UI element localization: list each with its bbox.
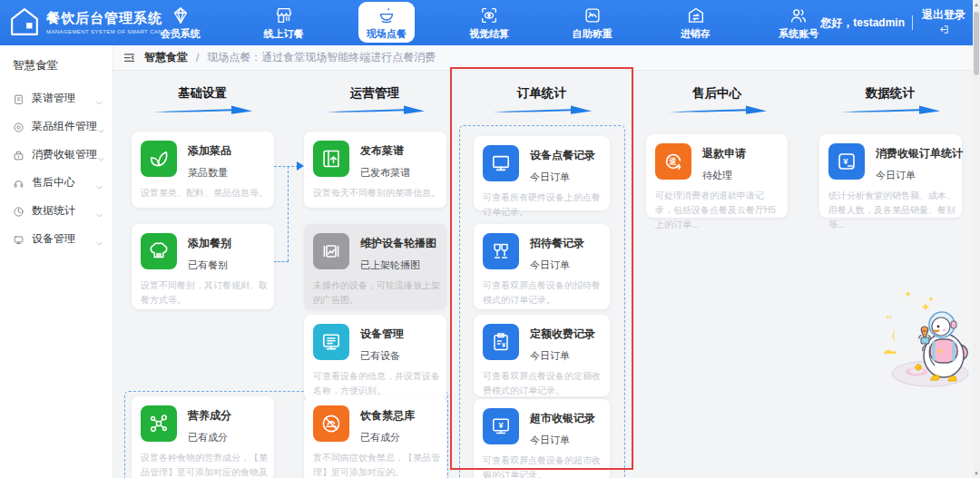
- device-list-icon: [313, 324, 349, 360]
- card-subtitle: 已上架轮播图: [360, 259, 420, 272]
- gem-icon: [171, 5, 191, 25]
- nutrition-molecule-icon: [141, 405, 177, 442]
- connector-line: [274, 166, 299, 167]
- breadcrumb: 智慧食堂 / 现场点餐：通过食堂现场智能终端进行点餐消费: [113, 45, 980, 71]
- left-sidebar: 智慧食堂 菜谱管理 菜品组件管理 消费收银管理 售后中心 数据统计: [0, 45, 113, 478]
- card-title: 设备点餐记录: [530, 148, 595, 163]
- vision-scan-icon: [479, 5, 499, 25]
- nav-item-inventory[interactable]: 进销存: [644, 0, 748, 45]
- card-subtitle: 已有餐别: [188, 259, 228, 272]
- svg-text:,,: ,,: [887, 309, 892, 319]
- monitor-icon: [483, 145, 519, 181]
- card-desc: 设置每天不同餐别的菜谱信息。: [313, 186, 440, 200]
- card-desc: 置不同病症饮食禁忌，【菜品管理】里可添加对应的。: [313, 451, 440, 478]
- chevron-down-icon: [95, 94, 103, 102]
- sidebar-item-device-manage[interactable]: 设备管理: [0, 225, 113, 253]
- card-subtitle: 已发布菜谱: [360, 166, 410, 180]
- dine-bowl-icon: [377, 5, 397, 25]
- card-title: 设备管理: [360, 327, 404, 342]
- card-fixed-fee-record[interactable]: ¥ 定额收费记录 今日订单 可查看双屏点餐设备的定额收费模式的订单记录。: [474, 315, 610, 396]
- card-title: 超市收银记录: [530, 411, 595, 426]
- card-title: 退款申请: [702, 146, 746, 161]
- card-subtitle: 今日订单: [530, 171, 570, 184]
- scroll-down-arrow[interactable]: ▼: [973, 471, 980, 476]
- sidebar-title: 智慧食堂: [0, 45, 113, 84]
- card-device-carousel[interactable]: 维护设备轮播图 已上架轮播图 未操作的设备，可轮流播放上架的广告图。: [304, 224, 446, 309]
- card-publish-menu[interactable]: 发布菜谱 已发布菜谱 设置每天不同餐别的菜谱信息。: [304, 132, 446, 208]
- card-subtitle: 已有成分: [360, 431, 400, 444]
- scale-icon: [583, 5, 603, 25]
- card-title: 招待餐记录: [530, 236, 584, 251]
- nav-item-self-weigh[interactable]: 自助称重: [541, 0, 644, 45]
- account-users-icon: [789, 5, 808, 25]
- card-desc: 可查看双屏点餐设备的招待餐模式的订单记录。: [483, 278, 603, 307]
- card-desc: 可查看双屏点餐设备的定额收费模式的订单记录。: [483, 369, 603, 398]
- chevron-down-icon: [95, 207, 103, 215]
- canteen-logo-icon: [9, 6, 40, 37]
- publish-menu-icon: [313, 141, 349, 177]
- scroll-up-arrow[interactable]: ▲: [973, 2, 980, 7]
- connector-line: [274, 261, 289, 262]
- chevron-down-icon: [97, 122, 105, 131]
- nav-item-online-order[interactable]: 线上订餐: [232, 0, 336, 45]
- collapse-sidebar-icon[interactable]: [122, 51, 136, 64]
- card-refund-request[interactable]: 退 退款申请 待处理 可处理消费者的退款申请记录，包括设备点餐及云餐厅H5上的订…: [646, 134, 788, 218]
- scrollbar-thumb[interactable]: [974, 12, 979, 75]
- card-supermarket-cashier-record[interactable]: ¥ 超市收银记录 今日订单 可查看双屏点餐设备的超市收银的订单记录。: [474, 399, 610, 478]
- sidebar-item-dish-components[interactable]: 菜品组件管理: [0, 112, 113, 141]
- card-hospitality-record[interactable]: 招待餐记录 今日订单 可查看双屏点餐设备的招待餐模式的订单记录。: [474, 224, 610, 309]
- svg-text:¥: ¥: [843, 156, 848, 166]
- svg-text:¥: ¥: [502, 341, 506, 349]
- aftersales-headset-icon: [13, 177, 24, 189]
- primary-nav: 会员系统 线上订餐 现场点餐 视觉结算: [129, 0, 850, 45]
- card-title: 添加餐别: [188, 236, 231, 251]
- chevron-down-icon: [95, 179, 103, 187]
- main-content: 智慧食堂 / 现场点餐：通过食堂现场智能终端进行点餐消费 基础设置 运营管理 订…: [113, 45, 980, 478]
- svg-text:退: 退: [668, 157, 677, 166]
- vegetable-icon: [141, 141, 177, 177]
- card-add-meal-type[interactable]: 添加餐别 已有餐别 设置不同餐别，其订餐规则、取餐方式等。: [132, 224, 274, 309]
- user-greeting: 您好，testadmin: [820, 15, 905, 31]
- clipboard-yen-icon: ¥: [483, 324, 519, 360]
- card-add-dish[interactable]: 添加菜品 菜品数量 设置菜类、配料、菜品信息等。: [132, 132, 274, 208]
- card-desc: 统计分析食堂的销售额、成本、用餐人数，及各菜品销量、餐别等...: [828, 189, 956, 233]
- card-title: 定额收费记录: [530, 327, 595, 342]
- sidebar-item-menu-manage[interactable]: 菜谱管理: [0, 84, 113, 112]
- card-title: 消费收银订单统计: [876, 146, 963, 161]
- card-cashier-order-stats[interactable]: ¥ 消费收银订单统计 今日订单 统计分析食堂的销售额、成本、用餐人数，及各菜品销…: [819, 134, 962, 218]
- section-header-order-stats: 订单统计: [456, 85, 628, 114]
- sidebar-item-aftersales[interactable]: 售后中心: [0, 169, 113, 197]
- breadcrumb-current: 现场点餐：通过食堂现场智能终端进行点餐消费: [207, 50, 436, 65]
- card-device-manage[interactable]: 设备管理 已有设备 可查看设备的信息，并设置设备名称，方便识别。: [304, 315, 446, 400]
- card-desc: 可查看所有硬件设备上的点餐订单记录。: [483, 190, 603, 219]
- header-underline-swoosh: [324, 104, 426, 114]
- user-area: 您好，testadmin 退出登录: [820, 0, 967, 45]
- sidebar-item-data-stats[interactable]: 数据统计: [0, 197, 113, 225]
- window-scrollbar[interactable]: ▲ ▼: [973, 0, 980, 478]
- card-food-taboo[interactable]: 饮食禁忌库 已有成分 置不同病症饮食禁忌，【菜品管理】里可添加对应的。: [304, 396, 446, 478]
- logout-button[interactable]: 退出登录: [920, 7, 967, 38]
- chevron-down-icon: [95, 235, 103, 243]
- card-nutrition[interactable]: 营养成分 已有成分 设置各种食物的营养成分，【菜品管理】里可添加对应的食物及分.…: [132, 396, 274, 478]
- card-subtitle: 待处理: [702, 169, 732, 182]
- section-header-operation: 运营管理: [289, 85, 461, 114]
- header-underline-swoosh: [666, 104, 768, 114]
- card-desc: 可查看双屏点餐设备的超市收银的订单记录。: [483, 454, 603, 478]
- card-title: 发布菜谱: [360, 143, 404, 159]
- header-underline-swoosh: [839, 104, 941, 114]
- chef-hat-icon: [141, 233, 177, 269]
- mascot-illustration: ,,: [874, 288, 980, 390]
- sidebar-item-cashier-manage[interactable]: 消费收银管理: [0, 141, 113, 169]
- nav-item-member-system[interactable]: 会员系统: [129, 0, 232, 45]
- card-title: 饮食禁忌库: [360, 408, 415, 424]
- card-device-order-record[interactable]: 设备点餐记录 今日订单 可查看所有硬件设备上的点餐订单记录。: [474, 136, 610, 210]
- breadcrumb-root[interactable]: 智慧食堂: [144, 50, 188, 65]
- card-desc: 可处理消费者的退款申请记录，包括设备点餐及云餐厅H5上的订单...: [655, 189, 781, 233]
- card-desc: 设置不同餐别，其订餐规则、取餐方式等。: [141, 278, 268, 307]
- card-subtitle: 已有成分: [188, 431, 228, 444]
- card-title: 维护设备轮播图: [360, 236, 436, 251]
- card-subtitle: 今日订单: [530, 259, 570, 272]
- nav-item-vision-settle[interactable]: 视觉结算: [437, 0, 541, 45]
- nav-item-onsite-order[interactable]: 现场点餐: [335, 0, 437, 45]
- storefront-icon: [274, 5, 294, 25]
